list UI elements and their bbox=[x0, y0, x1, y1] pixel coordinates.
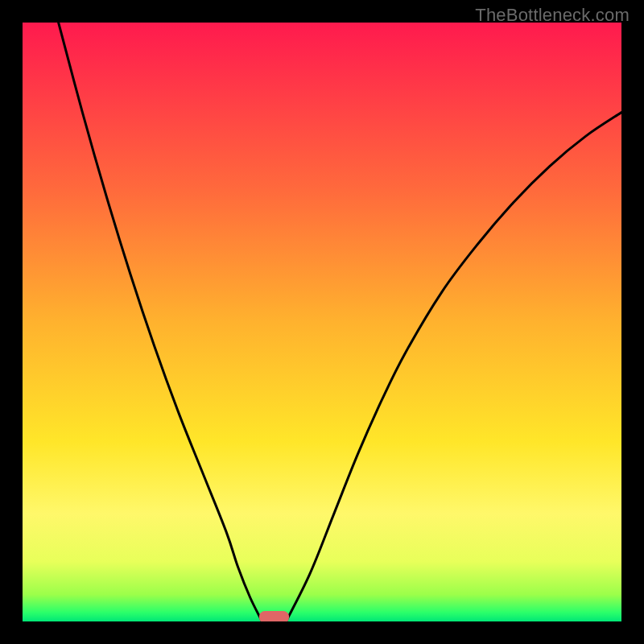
gradient-background bbox=[23, 23, 621, 621]
watermark-text: TheBottleneck.com bbox=[475, 5, 630, 26]
plot-area bbox=[23, 23, 621, 621]
bottleneck-marker bbox=[259, 611, 289, 621]
chart-frame: TheBottleneck.com bbox=[0, 0, 644, 644]
chart-svg bbox=[23, 23, 621, 621]
